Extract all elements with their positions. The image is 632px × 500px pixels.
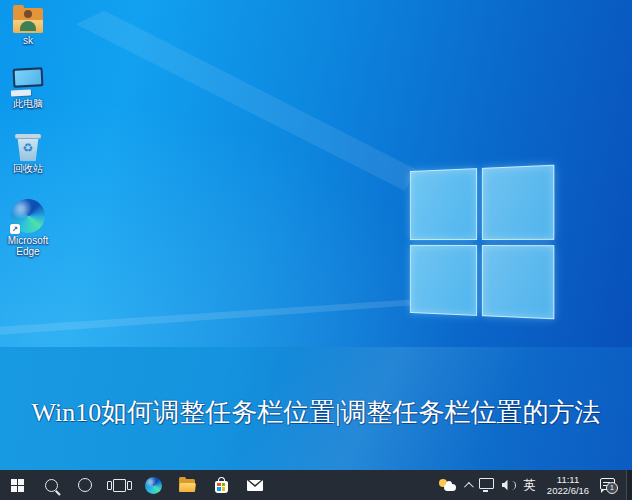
icon-label: 回收站 — [13, 163, 43, 174]
desktop-icon-user-folder[interactable]: sk — [3, 8, 53, 46]
action-center-button[interactable]: 1 — [600, 470, 618, 500]
desktop-wallpaper — [0, 0, 632, 347]
clock[interactable]: 11:11 2022/6/16 — [544, 474, 592, 496]
store-button[interactable] — [204, 470, 238, 500]
recycle-glyph: ♻ — [16, 141, 40, 155]
clock-time: 11:11 — [557, 474, 579, 485]
volume-tray-button[interactable] — [502, 470, 516, 500]
windows-start-icon — [11, 479, 24, 492]
edge-icon — [145, 477, 162, 494]
weather-tray-button[interactable] — [439, 470, 456, 500]
start-button[interactable] — [0, 470, 34, 500]
notification-badge: 1 — [606, 482, 618, 494]
cortana-button[interactable] — [68, 470, 102, 500]
network-icon — [479, 478, 494, 489]
desktop-icon-recycle-bin[interactable]: ♻ 回收站 — [3, 134, 53, 174]
edge-taskbar-button[interactable] — [136, 470, 170, 500]
caption-title: Win10如何调整任务栏位置|调整任务栏位置的方法 — [32, 395, 601, 430]
desktop-icon-this-pc[interactable]: 此电脑 — [3, 68, 53, 109]
search-button[interactable] — [34, 470, 68, 500]
taskbar-buttons — [0, 470, 272, 500]
task-view-button[interactable] — [102, 470, 136, 500]
windows-logo-pane — [481, 245, 554, 320]
volume-icon — [502, 480, 516, 491]
file-explorer-button[interactable] — [170, 470, 204, 500]
icon-label: Microsoft Edge — [3, 235, 53, 257]
search-icon — [45, 479, 58, 492]
this-pc-icon — [11, 68, 45, 96]
windows-logo-pane — [410, 244, 477, 315]
ime-label: 英 — [524, 477, 537, 494]
chevron-up-icon — [463, 481, 473, 491]
icon-label: sk — [23, 35, 33, 46]
mail-icon — [247, 480, 263, 491]
show-hidden-icons-button[interactable] — [464, 470, 471, 500]
cortana-icon — [78, 478, 92, 492]
taskbar: 英 11:11 2022/6/16 1 — [0, 470, 632, 500]
caption-band: Win10如何调整任务栏位置|调整任务栏位置的方法 — [0, 347, 632, 470]
windows-logo — [410, 165, 554, 320]
microsoft-store-icon — [215, 481, 228, 493]
task-view-icon — [113, 479, 126, 492]
system-tray: 英 11:11 2022/6/16 1 — [439, 470, 632, 500]
user-folder-icon — [13, 8, 43, 33]
ime-indicator[interactable]: 英 — [524, 470, 537, 500]
recycle-bin-icon: ♻ — [16, 134, 40, 161]
show-desktop-button[interactable] — [626, 470, 632, 500]
icon-label: 此电脑 — [13, 98, 43, 109]
shortcut-arrow-icon: ↗ — [10, 224, 20, 234]
file-explorer-icon — [179, 479, 195, 492]
weather-icon — [439, 479, 456, 491]
edge-icon: ↗ — [11, 199, 45, 233]
windows-logo-pane — [410, 168, 477, 239]
windows-logo-pane — [481, 165, 554, 240]
network-tray-button[interactable] — [479, 470, 494, 500]
mail-button[interactable] — [238, 470, 272, 500]
clock-date: 2022/6/16 — [547, 485, 589, 496]
desktop-icon-edge[interactable]: ↗ Microsoft Edge — [3, 199, 53, 257]
